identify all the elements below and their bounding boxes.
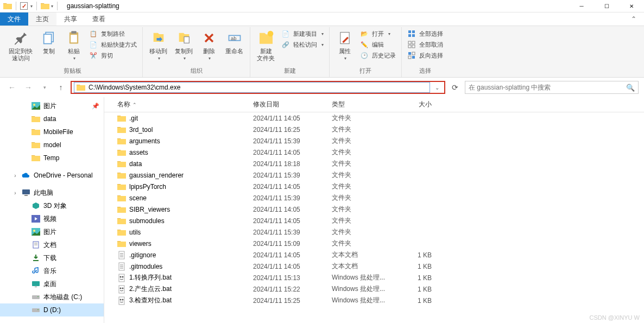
search-box[interactable]: 🔍 (465, 81, 639, 94)
folder-icon (117, 217, 126, 225)
file-row[interactable]: submodules2024/1/11 14:05文件夹 (113, 215, 644, 226)
copy-button[interactable]: 复制 (37, 27, 61, 57)
moveto-icon (150, 29, 167, 47)
file-row[interactable]: assets2024/1/11 14:05文件夹 (113, 147, 644, 158)
search-icon[interactable]: 🔍 (626, 84, 635, 92)
sidebar-item-label: 音乐 (43, 267, 56, 276)
svg-rect-1 (44, 34, 52, 44)
sidebar-item-videos[interactable]: 视频 (0, 212, 104, 225)
sidebar-item-onedrive[interactable]: ›OneDrive - Personal (0, 169, 104, 182)
select-none-icon (407, 40, 416, 49)
file-row[interactable]: 3.检查对位.bat2024/1/11 15:25Windows 批处理...1… (113, 295, 644, 306)
delete-button[interactable]: 删除▾ (197, 27, 221, 63)
select-none-button[interactable]: 全部取消 (407, 40, 443, 49)
sidebar-item-model[interactable]: model (0, 138, 104, 151)
paste-shortcut-button[interactable]: 📄粘贴快捷方式 (89, 40, 137, 49)
column-type[interactable]: 类型 (327, 100, 393, 109)
sidebar-item-desktop[interactable]: 桌面 (0, 277, 104, 290)
sidebar-item-music[interactable]: 音乐 (0, 264, 104, 277)
nav-row: ← → ▾ ↑ C:\Windows\System32\cmd.exe ⌄ ⟳ … (0, 78, 644, 97)
file-row[interactable]: scene2024/1/11 15:39文件夹 (113, 192, 644, 204)
tab-file[interactable]: 文件 (0, 12, 28, 26)
address-dropdown[interactable]: ⌄ (432, 85, 442, 91)
forward-button[interactable]: → (22, 81, 35, 94)
file-row[interactable]: utils2024/1/11 15:39文件夹 (113, 226, 644, 238)
sidebar-item-docs[interactable]: 文档 (0, 238, 104, 251)
column-size[interactable]: 大小 (393, 100, 436, 109)
up-button[interactable]: ↑ (54, 81, 67, 94)
paste-button[interactable]: 粘贴 ▾ (62, 27, 86, 63)
select-all-button[interactable]: 全部选择 (407, 29, 443, 38)
sidebar-item-mobilefile[interactable]: MobileFile (0, 125, 104, 138)
search-input[interactable] (469, 84, 626, 91)
refresh-button[interactable]: ⟳ (449, 81, 462, 94)
file-row[interactable]: lpipsPyTorch2024/1/11 14:05文件夹 (113, 181, 644, 192)
file-type: 文件夹 (327, 182, 393, 191)
new-folder-icon (257, 29, 275, 47)
copyto-button[interactable]: 复制到▾ (172, 27, 196, 63)
moveto-button[interactable]: 移动到▾ (146, 27, 171, 63)
address-bar-outline: C:\Windows\System32\cmd.exe ⌄ (71, 81, 445, 94)
edit-button[interactable]: ✏️编辑 (360, 40, 396, 49)
svg-rect-35 (32, 295, 40, 299)
tab-share[interactable]: 共享 (56, 12, 85, 26)
sidebar-item-label: D (D:) (43, 306, 61, 314)
easy-access-button[interactable]: 🔗轻松访问▾ (281, 40, 324, 49)
ribbon: 固定到快 速访问 复制 粘贴 ▾ 📋复制路径 📄粘贴快捷方式 ✂️剪切 剪贴板 (0, 26, 644, 78)
rename-button[interactable]: ab 重命名 (222, 27, 247, 57)
file-row[interactable]: arguments2024/1/11 15:39文件夹 (113, 135, 644, 147)
file-row[interactable]: data2024/1/11 18:18文件夹 (113, 158, 644, 169)
sidebar-item-downloads[interactable]: 下载 (0, 251, 104, 264)
sidebar[interactable]: 图片📌dataMobileFilemodelTemp›OneDrive - Pe… (0, 97, 104, 323)
cut-button[interactable]: ✂️剪切 (89, 51, 137, 60)
file-row[interactable]: 1.转换序列.bat2024/1/11 15:13Windows 批处理...1… (113, 272, 644, 283)
file-row[interactable]: 2.产生点云.bat2024/1/11 15:22Windows 批处理...1… (113, 283, 644, 295)
tab-home[interactable]: 主页 (28, 12, 56, 26)
column-date[interactable]: 修改日期 (249, 100, 327, 109)
recent-dropdown[interactable]: ▾ (38, 81, 51, 94)
svg-point-48 (120, 276, 122, 277)
folder-icon (117, 228, 126, 237)
sidebar-item-cdisk[interactable]: 本地磁盘 (C:) (0, 290, 104, 303)
file-row[interactable]: SIBR_viewers2024/1/11 14:05文件夹 (113, 204, 644, 215)
tab-view[interactable]: 查看 (85, 12, 113, 26)
invert-selection-button[interactable]: 反向选择 (407, 51, 443, 60)
file-list[interactable]: .git2024/1/11 14:05文件夹3rd_tool2024/1/11 … (104, 112, 644, 323)
pin-icon (12, 29, 29, 47)
pin-quickaccess-button[interactable]: 固定到快 速访问 (5, 27, 36, 64)
file-row[interactable]: .git2024/1/11 14:05文件夹 (113, 112, 644, 124)
open-button[interactable]: 📂打开▾ (360, 29, 396, 38)
sidebar-item-thispc[interactable]: ›此电脑 (0, 186, 104, 199)
select-all-icon (407, 29, 416, 38)
sidebar-item-data[interactable]: data (0, 112, 104, 125)
file-row[interactable]: .gitmodules2024/1/11 14:05文本文档1 KB (113, 261, 644, 272)
new-folder-button[interactable]: 新建 文件夹 (254, 27, 278, 64)
file-type: 文件夹 (327, 125, 393, 134)
app-folder-icon (3, 2, 12, 10)
file-row[interactable]: gaussian_renderer2024/1/11 15:39文件夹 (113, 169, 644, 181)
minimize-button[interactable]: ─ (569, 0, 594, 12)
history-button[interactable]: 🕑历史记录 (360, 51, 396, 60)
sidebar-item-label: 桌面 (43, 280, 56, 289)
pc-icon (22, 188, 30, 197)
file-date: 2024/1/11 14:05 (249, 115, 327, 122)
back-button[interactable]: ← (5, 81, 18, 94)
maximize-button[interactable]: ☐ (594, 0, 619, 12)
file-row[interactable]: viewers2024/1/11 15:09文件夹 (113, 238, 644, 249)
address-bar[interactable]: C:\Windows\System32\cmd.exe (74, 82, 430, 93)
file-row[interactable]: .gitignore2024/1/11 14:05文本文档1 KB (113, 249, 644, 261)
qat-check-icon[interactable]: ✓ (20, 2, 28, 10)
new-item-button[interactable]: 📄新建项目▾ (281, 29, 324, 38)
file-name: 3.检查对位.bat (129, 296, 172, 305)
sidebar-item-pics2[interactable]: 图片 (0, 225, 104, 238)
sidebar-item-ddisk[interactable]: D (D:) (0, 303, 104, 316)
sidebar-item-3dobj[interactable]: 3D 对象 (0, 199, 104, 212)
sidebar-item-pictures[interactable]: 图片📌 (0, 99, 104, 112)
ribbon-collapse-button[interactable]: ⌃ (623, 12, 644, 26)
column-name[interactable]: 名称⌃ (113, 100, 249, 109)
sidebar-item-temp[interactable]: Temp (0, 151, 104, 164)
properties-button[interactable]: 属性▾ (333, 27, 357, 63)
file-row[interactable]: 3rd_tool2024/1/11 16:25文件夹 (113, 124, 644, 135)
copy-path-button[interactable]: 📋复制路径 (89, 29, 137, 38)
close-button[interactable]: ✕ (619, 0, 644, 12)
